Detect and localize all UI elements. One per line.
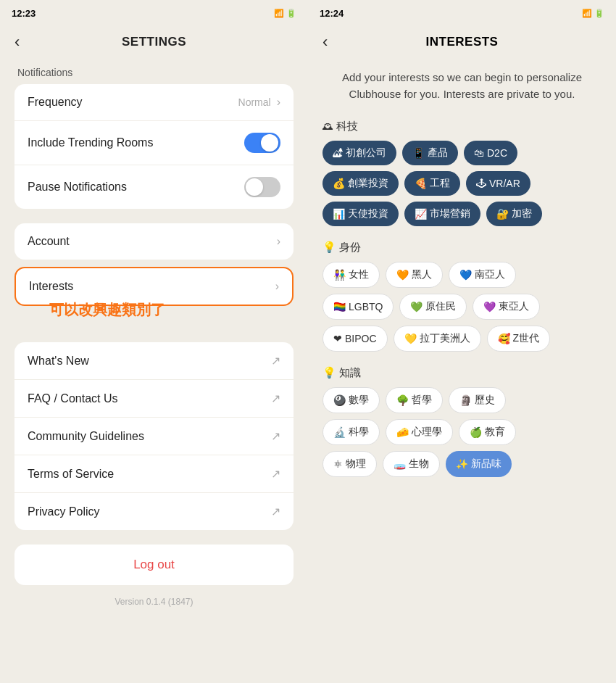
account-label: Account bbox=[28, 235, 70, 248]
tech-tags-row-1: 🏕初創公司 📱產品 🛍D2C bbox=[322, 141, 602, 165]
tag-south-asian[interactable]: 💙南亞人 bbox=[449, 262, 516, 288]
tag-black[interactable]: 🧡黑人 bbox=[386, 262, 443, 288]
tag-east-asian[interactable]: 💜東亞人 bbox=[473, 294, 540, 320]
tag-biology[interactable]: 🧫生物 bbox=[383, 451, 440, 477]
interests-chevron: › bbox=[275, 280, 279, 293]
status-bar-right: 12:24 📶 🔋 bbox=[308, 0, 616, 26]
frequency-row[interactable]: Frequency Normal › bbox=[14, 84, 294, 121]
tag-women[interactable]: 👫女性 bbox=[322, 262, 380, 288]
account-row[interactable]: Account › bbox=[14, 223, 294, 260]
tag-education[interactable]: 🍏教育 bbox=[459, 419, 516, 445]
terms-label: Terms of Service bbox=[28, 468, 114, 481]
faq-label: FAQ / Contact Us bbox=[28, 392, 117, 405]
tag-science[interactable]: 🔬科學 bbox=[322, 419, 380, 445]
community-row[interactable]: Community Guidelines ↗ bbox=[14, 418, 294, 455]
interests-panel: 12:24 📶 🔋 ‹ INTERESTS Add your interests… bbox=[308, 0, 616, 683]
faq-arrow: ↗ bbox=[271, 392, 280, 405]
category-identity: 💡 身份 👫女性 🧡黑人 💙南亞人 🏳️‍🌈LGBTQ 💚原住民 💜東亞人 ❤B… bbox=[308, 235, 616, 360]
pause-row[interactable]: Pause Notifications bbox=[14, 165, 294, 209]
trending-row[interactable]: Include Trending Rooms bbox=[14, 121, 294, 165]
tag-startup[interactable]: 🏕初創公司 bbox=[322, 141, 396, 165]
tag-physics[interactable]: ⚛物理 bbox=[322, 451, 377, 477]
category-tech: 🕰 科技 🏕初創公司 📱產品 🛍D2C 💰創業投資 🍕工程 🕹VR/AR 📊天使… bbox=[308, 114, 616, 235]
tag-product[interactable]: 📱產品 bbox=[402, 141, 458, 165]
interests-label: Interests bbox=[29, 280, 73, 293]
tag-angel[interactable]: 📊天使投資 bbox=[322, 202, 399, 226]
tag-vrar[interactable]: 🕹VR/AR bbox=[466, 171, 530, 196]
tag-lgbtq[interactable]: 🏳️‍🌈LGBTQ bbox=[322, 294, 394, 320]
interests-title: INTERESTS bbox=[426, 35, 499, 49]
notifications-card: Frequency Normal › Include Trending Room… bbox=[14, 84, 294, 209]
tag-philosophy[interactable]: 🌳哲學 bbox=[386, 387, 443, 413]
tag-history[interactable]: 🗿歷史 bbox=[449, 387, 506, 413]
tag-engineering[interactable]: 🍕工程 bbox=[404, 171, 460, 196]
tag-crypto[interactable]: 🔐加密 bbox=[486, 202, 542, 226]
identity-tags-row-2: 🏳️‍🌈LGBTQ 💚原住民 💜東亞人 bbox=[322, 294, 602, 320]
tag-d2c[interactable]: 🛍D2C bbox=[464, 141, 517, 165]
category-identity-title: 💡 身份 bbox=[322, 241, 602, 254]
whats-new-row[interactable]: What's New ↗ bbox=[14, 342, 294, 380]
category-knowledge-title: 💡 知識 bbox=[322, 366, 602, 380]
menu-card: What's New ↗ FAQ / Contact Us ↗ Communit… bbox=[14, 342, 294, 530]
whats-new-arrow: ↗ bbox=[271, 354, 280, 368]
settings-title: SETTINGS bbox=[122, 35, 186, 49]
frequency-chevron: › bbox=[277, 96, 280, 109]
tag-psychology[interactable]: 🧀心理學 bbox=[386, 419, 453, 445]
privacy-arrow: ↗ bbox=[271, 505, 280, 518]
interests-description: Add your interests so we can begin to pe… bbox=[308, 55, 616, 114]
status-icons-left: 📶 🔋 bbox=[274, 9, 296, 18]
tag-marketing[interactable]: 📈市場營銷 bbox=[404, 202, 480, 226]
community-label: Community Guidelines bbox=[28, 430, 144, 443]
knowledge-tags-row-2: 🔬科學 🧀心理學 🍏教育 bbox=[322, 419, 602, 445]
community-arrow: ↗ bbox=[271, 429, 280, 443]
logout-button[interactable]: Log out bbox=[14, 545, 294, 585]
settings-header: ‹ SETTINGS bbox=[0, 26, 308, 55]
pause-toggle-knob bbox=[246, 178, 263, 196]
tag-bipoc[interactable]: ❤BIPOC bbox=[322, 326, 388, 352]
tag-venture[interactable]: 💰創業投資 bbox=[322, 171, 399, 196]
tech-tags-row-3: 📊天使投資 📈市場營銷 🔐加密 bbox=[322, 202, 602, 226]
status-bar-left: 12:23 📶 🔋 bbox=[0, 0, 308, 26]
interests-header: ‹ INTERESTS bbox=[308, 26, 616, 55]
tooltip-text: 可以改興趣類別了 bbox=[49, 300, 165, 320]
privacy-label: Privacy Policy bbox=[28, 505, 100, 518]
pause-label: Pause Notifications bbox=[28, 181, 127, 194]
knowledge-tags-row-1: 🎱數學 🌳哲學 🗿歷史 bbox=[322, 387, 602, 413]
time-left: 12:23 bbox=[12, 8, 36, 19]
notifications-section-label: Notifications bbox=[0, 55, 308, 84]
whats-new-label: What's New bbox=[28, 355, 89, 368]
frequency-label: Frequency bbox=[28, 96, 83, 109]
knowledge-tags-row-3: ⚛物理 🧫生物 ✨新品味 bbox=[322, 451, 602, 477]
frequency-value: Normal bbox=[238, 96, 271, 108]
terms-row[interactable]: Terms of Service ↗ bbox=[14, 455, 294, 493]
trending-toggle-knob bbox=[261, 134, 278, 152]
pause-toggle[interactable] bbox=[244, 177, 280, 197]
tag-math[interactable]: 🎱數學 bbox=[322, 387, 380, 413]
account-chevron: › bbox=[277, 235, 280, 248]
trending-label: Include Trending Rooms bbox=[28, 136, 153, 149]
back-button-right[interactable]: ‹ bbox=[322, 33, 328, 51]
trending-toggle[interactable] bbox=[244, 133, 280, 153]
category-knowledge: 💡 知識 🎱數學 🌳哲學 🗿歷史 🔬科學 🧀心理學 🍏教育 ⚛物理 🧫生物 ✨新… bbox=[308, 360, 616, 486]
status-icons-right: 📶 🔋 bbox=[582, 9, 604, 18]
time-right: 12:24 bbox=[320, 8, 344, 19]
interests-row[interactable]: Interests › bbox=[16, 268, 292, 305]
back-button-left[interactable]: ‹ bbox=[14, 33, 20, 51]
tag-new-taste[interactable]: ✨新品味 bbox=[446, 451, 512, 477]
account-card: Account › bbox=[14, 223, 294, 260]
privacy-row[interactable]: Privacy Policy ↗ bbox=[14, 493, 294, 530]
tag-indigenous[interactable]: 💚原住民 bbox=[399, 294, 467, 320]
terms-arrow: ↗ bbox=[271, 467, 280, 481]
identity-tags-row-3: ❤BIPOC 💛拉丁美洲人 🥰Z世代 bbox=[322, 326, 602, 352]
tag-genz[interactable]: 🥰Z世代 bbox=[487, 326, 551, 352]
tag-latin[interactable]: 💛拉丁美洲人 bbox=[394, 326, 481, 352]
version-text: Version 0.1.4 (1847) bbox=[0, 591, 308, 613]
category-tech-title: 🕰 科技 bbox=[322, 120, 602, 133]
frequency-right: Normal › bbox=[238, 96, 280, 109]
settings-panel: 12:23 📶 🔋 ‹ SETTINGS Notifications Frequ… bbox=[0, 0, 308, 683]
faq-row[interactable]: FAQ / Contact Us ↗ bbox=[14, 380, 294, 418]
identity-tags-row-1: 👫女性 🧡黑人 💙南亞人 bbox=[322, 262, 602, 288]
tech-tags-row-2: 💰創業投資 🍕工程 🕹VR/AR bbox=[322, 171, 602, 196]
